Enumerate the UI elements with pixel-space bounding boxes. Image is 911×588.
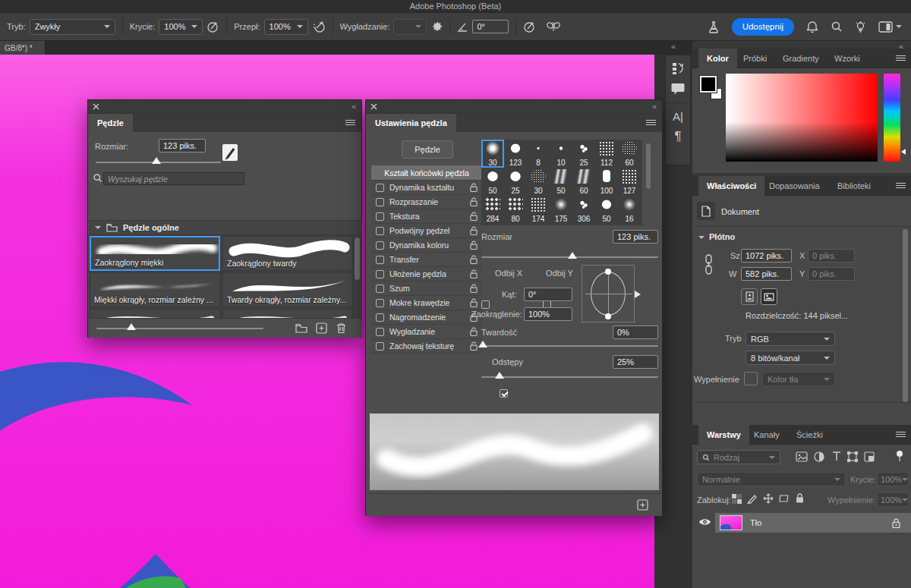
brush-tip-50[interactable]: 50 <box>481 168 504 196</box>
tab-dopasowania[interactable]: Dopasowania <box>761 176 828 196</box>
tab-sciezki[interactable]: Ścieżki <box>788 425 831 445</box>
fill-color-swatch[interactable] <box>744 372 758 385</box>
layer-thumbnail[interactable] <box>720 515 742 530</box>
comments-panel-icon[interactable] <box>671 83 685 95</box>
character-panel-icon[interactable]: A| <box>673 111 683 122</box>
orientation-portrait-button[interactable] <box>741 288 758 305</box>
pressure-opacity-icon[interactable] <box>206 20 219 33</box>
color-mode-select[interactable]: RGB <box>746 332 835 346</box>
collapse-icon[interactable]: « <box>351 102 355 111</box>
brush-tip-partial[interactable] <box>481 224 504 225</box>
brush-tip-174[interactable]: 174 <box>527 196 550 224</box>
lock-transparency-icon[interactable] <box>732 494 742 504</box>
checkbox[interactable] <box>376 198 384 206</box>
tab-warstwy[interactable]: Warstwy <box>698 425 749 445</box>
brush-tip-8[interactable]: 8 <box>527 140 550 168</box>
properties-scrollbar[interactable] <box>903 229 908 402</box>
spacing-field[interactable]: 25% <box>613 355 658 369</box>
brush-item-partial[interactable] <box>222 309 353 318</box>
option-wygladzanie[interactable]: Wygładzanie <box>371 325 482 339</box>
panel-menu-icon[interactable] <box>896 55 906 62</box>
roundness-handle-top[interactable] <box>605 269 611 275</box>
brush-tip-30b[interactable]: 30 <box>527 168 550 196</box>
brush-item-hard-pressure[interactable]: Twardy okrągły, rozmiar zależny... <box>222 272 353 307</box>
brush-tip-100[interactable]: 100 <box>595 168 618 196</box>
option-ulozenie-pedzla[interactable]: Ułożenie pędzla <box>371 267 482 281</box>
checkbox[interactable] <box>376 342 384 351</box>
layer-lock-icon[interactable] <box>892 518 900 528</box>
brush-tip-175[interactable]: 175 <box>550 196 572 224</box>
brush-angle-field[interactable]: 0° <box>472 20 509 33</box>
close-icon[interactable] <box>370 103 377 110</box>
layer-filter-select[interactable]: Rodzaj <box>697 450 780 464</box>
angle-field[interactable]: 0° <box>524 288 572 301</box>
brush-tip-16[interactable]: 16 <box>618 196 641 224</box>
workspace-switcher-icon[interactable] <box>878 21 902 33</box>
brush-tip-60b[interactable]: 60 <box>572 168 595 196</box>
brush-tip-partial[interactable] <box>550 224 572 225</box>
option-dynamika-ksztaltu[interactable]: Dynamika kształtu <box>371 181 482 195</box>
tab-kanaly[interactable]: Kanały <box>746 425 788 445</box>
lock-all-icon[interactable] <box>796 493 804 503</box>
tip-size-slider-thumb[interactable] <box>568 252 577 259</box>
tip-shape-row[interactable]: Kształt końcówki pędzla <box>371 165 482 181</box>
checkbox[interactable] <box>376 212 384 221</box>
paragraph-panel-icon[interactable]: ¶ <box>674 130 681 143</box>
tab-probki[interactable]: Próbki <box>735 49 775 68</box>
brush-item-hard-round[interactable]: Zaokrąglony twardy <box>222 236 353 271</box>
brush-search-input[interactable] <box>103 172 244 185</box>
canvas-width-field[interactable]: 1072 piks. <box>741 249 792 263</box>
brush-tip-112[interactable]: 112 <box>595 140 618 168</box>
checkbox[interactable] <box>376 270 384 278</box>
brush-tip-306[interactable]: 306 <box>572 196 595 224</box>
filter-shape-layers-icon[interactable] <box>847 451 858 462</box>
brush-tip-25[interactable]: 25 <box>572 140 595 168</box>
smoothing-gear-icon[interactable] <box>430 20 443 33</box>
panel-menu-icon[interactable] <box>896 432 906 439</box>
brush-tip-partial[interactable] <box>504 224 527 225</box>
brush-list-scrollbar[interactable] <box>355 237 360 280</box>
layer-row-tlo[interactable]: Tło <box>715 513 911 533</box>
option-nagromadzenie[interactable]: Nagromadzenie <box>371 310 482 325</box>
spacing-slider-thumb[interactable] <box>495 372 504 379</box>
discover-lightbulb-icon[interactable] <box>855 20 866 33</box>
brush-tip-123[interactable]: 123 <box>504 140 527 168</box>
brush-tip-284[interactable]: 284 <box>481 196 504 224</box>
tab-kolor[interactable]: Kolor <box>698 49 737 68</box>
tab-pedzle[interactable]: Pędzle <box>88 114 133 132</box>
share-button[interactable]: Udostępnij <box>732 18 794 36</box>
option-mokre-krawedzie[interactable]: Mokre krawędzie <box>371 296 482 310</box>
roundness-field[interactable]: 100% <box>524 307 572 321</box>
thumbnail-size-slider-thumb[interactable] <box>127 323 136 330</box>
panel-menu-icon[interactable] <box>646 120 656 127</box>
brush-tip-50c[interactable]: 50 <box>595 196 618 224</box>
option-zachowaj-teksture[interactable]: Zachowaj teksturę <box>371 339 482 354</box>
tip-grid-scrollbar[interactable] <box>646 143 651 189</box>
layer-filter-toggle[interactable] <box>897 451 903 457</box>
bit-depth-select[interactable]: 8 bitów/kanał <box>746 351 835 365</box>
option-tekstura[interactable]: Tekstura <box>371 209 482 224</box>
create-new-brush-icon[interactable] <box>637 499 648 511</box>
thumbnail-size-slider[interactable] <box>96 328 263 329</box>
brush-item-partial[interactable] <box>90 309 220 318</box>
beta-flask-icon[interactable] <box>708 20 720 33</box>
collapse-panels-icon[interactable]: « <box>671 42 675 51</box>
brush-tip-10[interactable]: 10 <box>550 140 572 168</box>
lock-pixels-brush-icon[interactable] <box>747 493 758 504</box>
option-szum[interactable]: Szum <box>371 281 482 296</box>
search-icon[interactable] <box>831 20 843 33</box>
brush-tip-25b[interactable]: 25 <box>504 168 527 196</box>
brush-group-row[interactable]: Pędzle ogólne <box>89 220 362 235</box>
collapse-icon[interactable]: « <box>652 102 656 111</box>
unlock-icon[interactable] <box>470 284 478 293</box>
hue-slider[interactable] <box>884 74 900 162</box>
brush-tip-partial[interactable] <box>572 224 595 225</box>
checkbox[interactable] <box>376 227 384 235</box>
roundness-handle-bottom[interactable] <box>605 313 611 319</box>
brush-tip-partial[interactable] <box>527 224 550 225</box>
checkbox[interactable] <box>376 241 384 250</box>
brush-tip-80[interactable]: 80 <box>504 196 527 224</box>
filter-type-layers-icon[interactable] <box>832 451 841 461</box>
delete-trash-icon[interactable] <box>336 322 346 334</box>
unlock-icon[interactable] <box>470 341 478 351</box>
